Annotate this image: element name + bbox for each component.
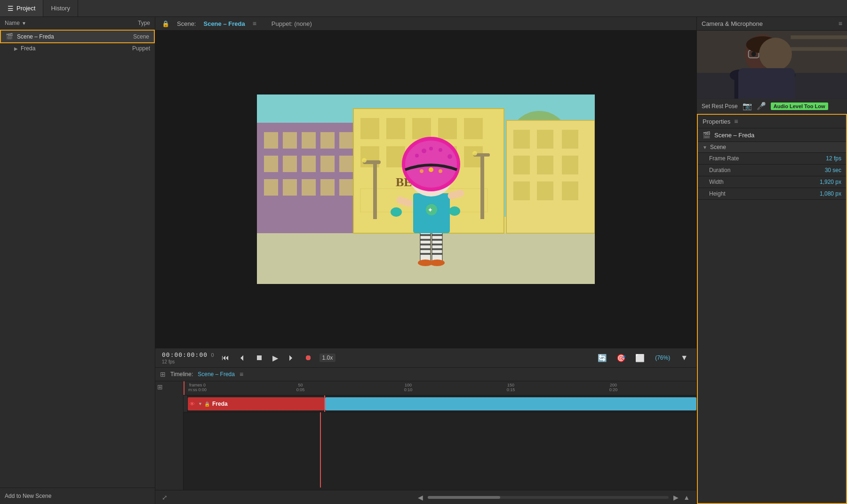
target-button[interactable]: 🎯 (615, 353, 628, 363)
timeline-ruler-area: frames 0 m:ss 0:00 50 0:05 100 0:10 (184, 381, 696, 490)
project-item-scene-freda[interactable]: 🎬 Scene – Freda Scene (0, 30, 155, 43)
prop-duration-value[interactable]: 30 sec (825, 167, 841, 173)
prop-row-duration: Duration 30 sec (698, 165, 846, 176)
freda-unrecorded-bar[interactable] (325, 397, 696, 410)
step-back-button[interactable]: ⏴ (237, 353, 248, 363)
svg-rect-26 (386, 118, 405, 139)
speed-indicator[interactable]: 1.0x (320, 354, 336, 362)
svg-point-101 (429, 167, 433, 172)
timeline-menu-icon[interactable]: ≡ (240, 370, 243, 378)
set-rest-pose-button[interactable]: Set Rest Pose (702, 103, 738, 110)
ruler-frame-200: 200 (610, 383, 617, 387)
ruler-time-05: 0:05 (296, 387, 305, 392)
prop-row-width: Width 1,920 px (698, 176, 846, 188)
svg-rect-60 (420, 253, 431, 255)
tab-project[interactable]: ☰ Project (0, 0, 43, 16)
ruler-mark-200: 200 0:20 (609, 383, 618, 392)
camera-feed (697, 31, 847, 99)
ruler-time-10: 0:10 (404, 387, 413, 392)
go-to-start-button[interactable]: ⏮ (220, 353, 231, 363)
timeline-tool-icon[interactable]: ⊞ (157, 383, 163, 391)
svg-rect-20 (302, 179, 316, 196)
scrollbar-thumb (428, 496, 500, 499)
scene-header: 🔒 Scene: Scene – Freda ≡ Puppet: (none) (155, 17, 696, 31)
frame-button[interactable]: ⬜ (633, 353, 647, 363)
sub-arrow-icon: ▶ (14, 46, 18, 51)
col-name-header: Name ▼ (5, 20, 112, 26)
tab-project-label: Project (16, 5, 35, 12)
timeline-toolbar: ⊞ (155, 381, 184, 490)
scene-section-expand[interactable]: ▼ (703, 145, 707, 150)
freda-track-expand-icon[interactable]: ▼ (198, 402, 202, 406)
freda-recorded-bar[interactable]: 👁 ▼ 🔒 Freda (188, 397, 324, 410)
svg-point-69 (430, 260, 445, 266)
freda-track-name: Freda (212, 401, 228, 407)
zoom-level[interactable]: (76%) (652, 354, 673, 362)
prop-row-height: Height 1,080 px (698, 188, 846, 200)
camera-icon[interactable]: 📷 (743, 102, 752, 110)
record-button[interactable]: ⏺ (303, 353, 314, 363)
svg-rect-25 (360, 118, 379, 139)
ruler-frame-0: frames 0 (189, 383, 206, 387)
svg-rect-21 (320, 179, 335, 196)
properties-title: Properties (703, 118, 730, 125)
svg-point-75 (391, 207, 402, 217)
prop-width-value[interactable]: 1,920 px (820, 179, 841, 185)
tab-history[interactable]: History (43, 0, 78, 16)
svg-rect-18 (264, 179, 278, 196)
microphone-icon[interactable]: 🎤 (757, 102, 766, 110)
svg-point-116 (730, 70, 749, 81)
properties-header: Properties ≡ (698, 115, 846, 128)
scene-item-name: Scene – Freda (17, 33, 112, 40)
properties-menu-icon[interactable]: ≡ (734, 118, 738, 125)
svg-point-99 (447, 154, 452, 159)
step-forward-button[interactable]: ⏵ (286, 353, 297, 363)
transport-bar: 00:00:00:00 0 12 fps ⏮ ⏴ ⏹ ▶ ⏵ ⏺ 1.0x 🔄 … (155, 348, 696, 368)
center-panel: 🔒 Scene: Scene – Freda ≡ Puppet: (none) (155, 17, 696, 504)
svg-rect-110 (763, 50, 773, 58)
ruler-mark-150: 150 0:15 (507, 383, 515, 392)
tab-history-label: History (51, 5, 70, 12)
scrollbar[interactable] (428, 496, 669, 499)
scroll-right-icon[interactable]: ▶ (673, 494, 679, 501)
svg-rect-16 (320, 156, 335, 172)
collapse-icon[interactable]: ▲ (683, 494, 690, 501)
prop-height-value[interactable]: 1,080 px (820, 190, 841, 197)
expand-icon[interactable]: ⤢ (162, 494, 168, 501)
scene-item-type: Scene (112, 33, 149, 40)
prop-framerate-label: Frame Rate (709, 155, 826, 162)
scene-menu-icon[interactable]: ≡ (253, 20, 256, 27)
prop-framerate-value[interactable]: 12 fps (826, 155, 841, 162)
camera-menu-icon[interactable]: ≡ (839, 20, 842, 27)
zoom-dropdown-button[interactable]: ▼ (679, 353, 690, 363)
ruler-frame-150: 150 (507, 383, 514, 387)
project-item-freda[interactable]: ▶ Freda Puppet (0, 43, 155, 54)
ruler-frame-100: 100 (405, 383, 412, 387)
svg-rect-51 (480, 153, 484, 219)
svg-rect-39 (513, 130, 530, 149)
svg-rect-43 (537, 156, 553, 174)
svg-point-112 (751, 52, 756, 56)
ruler-time-0: m:ss 0:00 (188, 387, 207, 392)
play-button[interactable]: ▶ (271, 353, 280, 363)
freda-track-lock-icon[interactable]: 🔒 (204, 402, 210, 407)
camera-title: Camera & Microphone (702, 20, 763, 27)
prop-height-label: Height (709, 190, 820, 197)
scene-lock-icon: 🔒 (162, 20, 169, 27)
properties-scene-row: 🎬 Scene – Freda (698, 128, 846, 142)
fps-label: 12 fps (162, 359, 214, 364)
stop-button[interactable]: ⏹ (254, 353, 265, 363)
bottom-bar: ⤢ ◀ ▶ ▲ (155, 490, 696, 504)
svg-rect-27 (412, 118, 431, 139)
playhead-track (324, 395, 325, 412)
add-scene-button[interactable]: Add to New Scene (5, 493, 51, 499)
loop-button[interactable]: 🔄 (596, 353, 609, 363)
svg-rect-48 (373, 160, 377, 219)
freda-track-content[interactable]: 👁 ▼ 🔒 Freda (188, 395, 696, 412)
svg-rect-58 (420, 244, 431, 245)
ruler-frame-50: 50 (298, 383, 303, 387)
freda-track-eye-icon[interactable]: 👁 (190, 401, 195, 407)
frame-number: 0 (211, 352, 214, 358)
svg-rect-34 (464, 146, 483, 167)
scroll-left-icon[interactable]: ◀ (418, 494, 423, 501)
